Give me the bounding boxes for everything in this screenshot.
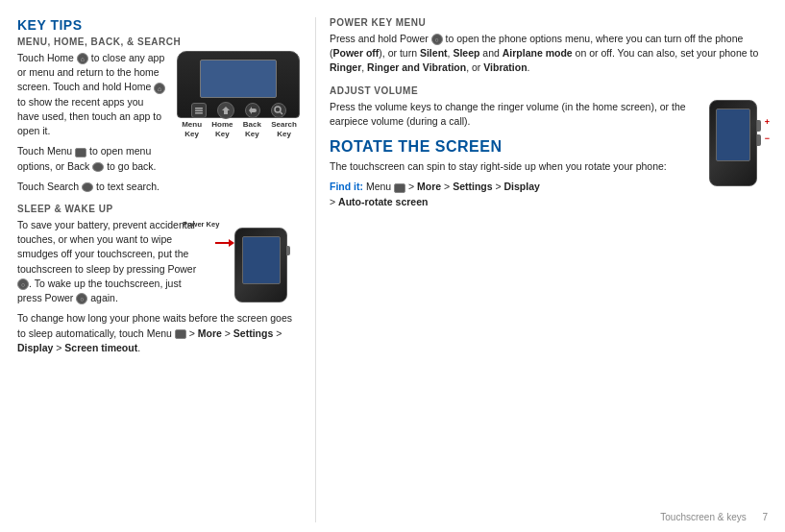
phone-top-image — [177, 51, 300, 118]
page-number: 7 — [762, 512, 768, 522]
phone-buttons — [178, 98, 299, 119]
back-key-btn — [245, 103, 260, 118]
home-key-btn — [217, 102, 234, 119]
svg-point-4 — [275, 107, 281, 112]
power-phone-body — [234, 228, 287, 302]
vol-up-btn — [757, 120, 761, 132]
search-key-label: SearchKey — [271, 120, 297, 138]
key-labels-row: MenuKey HomeKey BackKey SearchKey — [177, 118, 302, 138]
svg-rect-1 — [195, 110, 203, 112]
footer-label: Touchscreen & keys — [660, 512, 747, 522]
menu-key-label: MenuKey — [182, 120, 202, 138]
vol-phone-body — [709, 100, 757, 186]
power-key-label: Power Key — [183, 220, 219, 229]
svg-marker-3 — [222, 107, 230, 114]
power-button-side — [286, 246, 290, 255]
vol-down-btn — [757, 134, 761, 146]
power-phone-screen — [242, 236, 281, 284]
power-illustration: Power Key — [206, 218, 302, 295]
adjust-volume-title: ADJUST VOLUME — [330, 85, 768, 96]
power-key-menu-para: Press and hold Power ○ to open the phone… — [330, 32, 768, 76]
svg-rect-2 — [195, 112, 203, 114]
vol-buttons — [757, 120, 761, 149]
left-column: KEY TIPS MENU, HOME, BACK, & SEARCH — [17, 17, 315, 522]
page-footer: Touchscreen & keys 7 — [660, 512, 768, 522]
section-sleep-title: SLEEP & WAKE UP — [17, 204, 302, 214]
menu-home-para3: Touch Search to text search. — [17, 180, 302, 194]
section-menu-title: MENU, HOME, BACK, & SEARCH — [17, 36, 302, 47]
page-container: KEY TIPS MENU, HOME, BACK, & SEARCH — [0, 0, 785, 532]
svg-line-5 — [280, 112, 282, 115]
svg-rect-0 — [195, 108, 203, 109]
menu-home-para2: Touch Menu to open menu options, or Back… — [17, 144, 302, 173]
search-key-btn — [271, 103, 286, 118]
power-key-menu-title: POWER KEY MENU — [330, 17, 768, 28]
menu-key-btn — [191, 103, 207, 118]
vol-phone-screen — [716, 109, 750, 161]
page-title: KEY TIPS — [17, 17, 302, 33]
back-key-label: BackKey — [243, 120, 261, 138]
keys-illustration: MenuKey HomeKey BackKey SearchKey — [177, 51, 302, 137]
right-column: POWER KEY MENU Press and hold Power ○ to… — [315, 17, 768, 522]
volume-illustration: + − VolumeKeys — [699, 100, 768, 191]
phone-screen — [200, 60, 277, 98]
home-key-label: HomeKey — [211, 120, 233, 138]
sleep-para2: To change how long your phone waits befo… — [17, 311, 302, 355]
